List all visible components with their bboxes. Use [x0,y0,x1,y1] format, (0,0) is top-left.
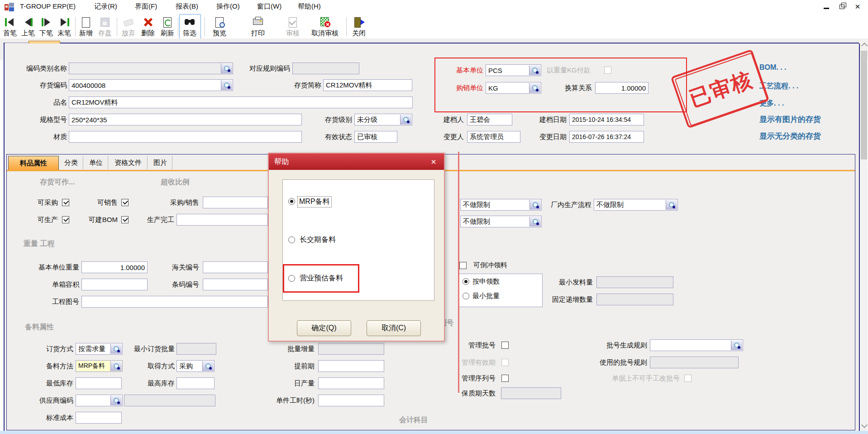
creator-input: 王碧会 [467,114,512,125]
scroll-down-icon[interactable] [861,422,868,428]
base-weight-input[interactable]: 1.00000 [81,261,148,273]
by-apply-radio[interactable] [463,278,469,285]
toolbar-preview-button[interactable]: 预览 [210,14,229,38]
label-base-weight: 基本单位重量 [24,261,79,273]
min-stock-input[interactable] [76,377,122,389]
spec-input[interactable]: 250*240*35 [69,114,302,125]
stock-method-input[interactable]: MRP备料 [76,360,123,372]
dialog-title: 帮助 [269,154,444,170]
drawing-no-input[interactable] [81,296,268,308]
unit-hours-input[interactable] [318,395,384,406]
box-volume-input[interactable] [81,279,148,290]
lookup-icon[interactable] [400,115,411,125]
item-abbr-input[interactable]: CR12MOV精料 [323,79,412,91]
lookup-icon[interactable] [666,200,677,210]
scroll-up-icon[interactable] [861,43,868,49]
supplier-code-input[interactable] [76,395,123,406]
lookup-icon[interactable] [110,344,122,354]
restriction-input-1[interactable]: 不做限制 [460,199,542,211]
can-sell-checkbox[interactable] [121,199,129,206]
new-icon [80,16,92,28]
barcode-input[interactable] [203,279,268,290]
daily-output-input[interactable] [318,377,384,389]
label-can-produce: 可生产 [26,214,58,226]
lookup-icon[interactable] [529,200,541,210]
link-show-with-image[interactable]: 显示有图片的存货 [759,114,821,125]
prod-finish-input[interactable] [176,214,268,226]
factory-flow-input[interactable]: 不做限制 [594,199,678,211]
max-stock-input[interactable] [176,377,215,389]
can-produce-checkbox[interactable] [62,216,69,223]
label-item-name: 品名 [9,96,67,108]
dialog-radio-long-lead[interactable] [288,236,295,243]
toolbar-save-button: 存盘 [95,14,115,38]
lead-time-input[interactable] [318,360,384,372]
lookup-icon[interactable] [110,395,122,405]
restore-button[interactable] [835,2,849,12]
menu-help[interactable]: 帮助(H) [298,2,321,11]
menu-record[interactable]: 记录(R) [94,2,117,11]
lookup-icon[interactable] [221,63,232,73]
order-mode-input[interactable]: 按需求量 [76,343,123,355]
backflush-checkbox[interactable] [459,262,467,269]
toolbar-filter-button[interactable]: 筛选 [180,14,200,38]
dialog-radio-mrp[interactable] [288,198,295,205]
can-bom-checkbox[interactable] [121,216,129,223]
lookup-icon[interactable] [221,80,232,90]
menu-app[interactable]: T-GROUP ERP(E) [20,2,76,10]
minimize-button[interactable] [820,2,834,12]
item-code-input[interactable]: 400400008 [69,79,233,91]
lookup-icon[interactable] [110,361,122,371]
lookup-icon[interactable] [529,83,540,93]
base-unit-input[interactable]: PCS [486,64,541,76]
dialog-option-business-forecast[interactable]: 营业预估备料 [300,274,343,283]
conversion-input[interactable]: 1.00000 [595,82,649,94]
subtab-category[interactable]: 分类 [59,156,83,169]
dialog-radio-business-forecast[interactable] [288,275,295,282]
lookup-icon[interactable] [529,217,541,227]
restriction-input-2[interactable]: 不做限制 [460,216,542,227]
manage-batch-checkbox[interactable] [501,342,509,349]
subtab-qualification[interactable]: 资格文件 [109,156,148,169]
subtab-item-attributes[interactable]: 料品属性 [8,156,59,170]
purchase-sale-input[interactable] [203,197,268,208]
customs-code-input[interactable] [203,261,268,273]
code-category-input[interactable] [69,63,233,74]
link-bom[interactable]: BOM. . . [759,63,787,72]
lookup-icon[interactable] [731,340,742,350]
menu-action[interactable]: 操作(O) [216,2,240,11]
label-min-order: 最小订货批量 [129,343,175,355]
menu-window[interactable]: 窗口(W) [257,2,281,11]
subtab-image[interactable]: 图片 [148,156,172,169]
by-min-batch-radio[interactable] [463,293,469,299]
level-input[interactable]: 未分级 [354,114,412,125]
dialog-ok-button[interactable]: 确定(Q) [297,320,351,336]
manage-serial-checkbox[interactable] [501,375,509,382]
link-show-unclassified[interactable]: 显示无分类的存货 [759,131,821,141]
item-name-input[interactable]: CR12MOV精料 [69,96,413,108]
toolbar-close-button[interactable]: 关闭 [349,14,369,38]
dialog-close-icon[interactable]: × [428,154,439,170]
lookup-icon[interactable] [529,65,540,75]
modifier-input: 系统管理员 [467,131,520,143]
scrollbar-thumb[interactable] [861,51,867,159]
toolbar-print-button[interactable]: 打印 [248,14,268,38]
dialog-option-long-lead[interactable]: 长交期备料 [300,235,336,245]
toolbar-unaudit-button[interactable]: 取消审核 [315,14,335,38]
menu-view[interactable]: 界面(F) [135,2,157,11]
std-cost-input[interactable] [76,412,122,424]
material-input[interactable] [69,131,302,143]
label-unit-hours: 单件工时(秒) [265,395,315,406]
menu-report[interactable]: 报表(B) [176,2,198,11]
close-button[interactable]: ✕ [851,2,864,12]
acquire-mode-input[interactable]: 采购 [176,360,215,372]
can-buy-checkbox[interactable] [62,199,69,206]
batch-rule-input[interactable] [650,339,743,351]
dialog-option-mrp[interactable]: MRP备料 [298,197,331,207]
lookup-icon[interactable] [202,361,214,371]
trade-unit-input[interactable]: KG [486,82,541,94]
label-drawing-no: 工程图号 [38,296,79,308]
vertical-scrollbar[interactable] [860,40,868,431]
dialog-cancel-button[interactable]: 取消(C) [367,320,421,336]
subtab-unit[interactable]: 单位 [84,156,108,169]
